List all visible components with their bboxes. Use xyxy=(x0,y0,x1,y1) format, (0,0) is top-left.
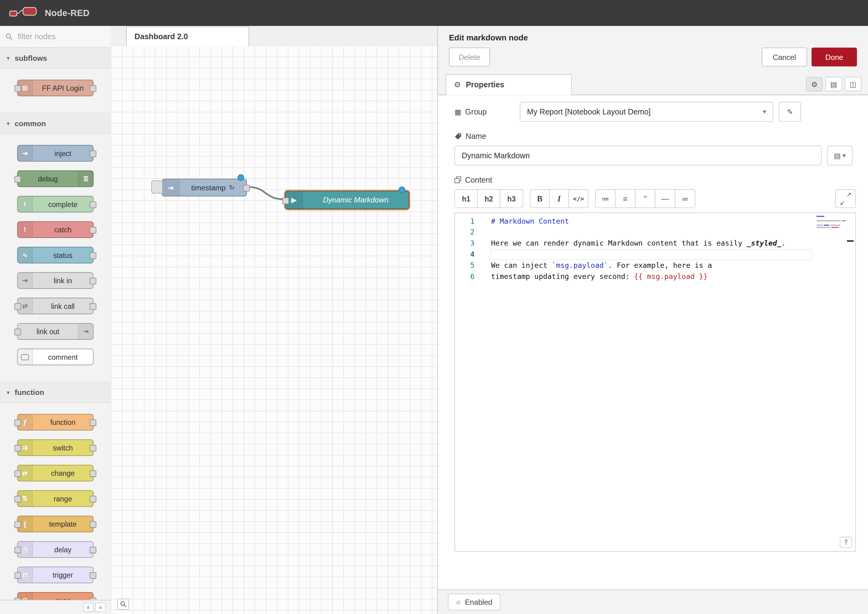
category-header-subflows[interactable]: ▾subflows xyxy=(0,48,111,68)
range-input-port[interactable] xyxy=(14,496,21,502)
palette-node-complete[interactable]: !complete xyxy=(17,196,93,212)
filter-nodes-input[interactable] xyxy=(17,31,96,41)
complete-output-port[interactable] xyxy=(90,202,96,208)
code-line[interactable] xyxy=(491,249,812,260)
tab-properties-label: Properties xyxy=(466,80,504,89)
palette-node-function[interactable]: ƒfunction xyxy=(17,414,93,430)
palette-node-switch[interactable]: ⇉switch xyxy=(17,439,93,456)
done-button[interactable]: Done xyxy=(812,48,857,66)
name-input[interactable] xyxy=(454,146,821,166)
switch-output-port[interactable] xyxy=(90,445,96,452)
palette-node-delay[interactable]: ◷delay xyxy=(17,541,93,558)
link-out-input-port[interactable] xyxy=(14,329,21,335)
ff-api-login-output-port[interactable] xyxy=(90,85,96,92)
palette-node-comment[interactable]: comment xyxy=(17,349,93,365)
palette-node-ff-api-login[interactable]: ⊞FF API Login xyxy=(17,80,93,96)
group-label: ▦ Group xyxy=(454,107,520,116)
trigger-input-port[interactable] xyxy=(14,572,21,579)
exec-input-port[interactable] xyxy=(14,598,21,600)
palette-node-inject[interactable]: ⇥inject xyxy=(17,145,93,162)
delete-button[interactable]: Delete xyxy=(449,48,490,66)
palette-node-exec[interactable]: ⚙exec xyxy=(17,592,93,600)
status-output-port[interactable] xyxy=(90,253,96,259)
h3-button[interactable]: h3 xyxy=(500,189,523,208)
palette-node-catch[interactable]: !catch xyxy=(17,221,93,238)
appearance-button[interactable]: ◫ xyxy=(845,77,862,91)
expand-all-button[interactable]: » xyxy=(95,603,106,612)
h2-button[interactable]: h2 xyxy=(477,189,500,208)
palette-node-status[interactable]: ∿status xyxy=(17,247,93,264)
group-select[interactable]: My Report [Notebook Layout Demo] ▾ xyxy=(520,102,773,122)
category-header-common[interactable]: ▾common xyxy=(0,113,111,134)
blockquote-button[interactable]: ” xyxy=(635,189,655,208)
ff-api-login-input-port[interactable] xyxy=(14,85,21,92)
range-output-port[interactable] xyxy=(90,496,96,502)
template-output-port[interactable] xyxy=(90,521,96,528)
tab-properties[interactable]: ⚙ Properties xyxy=(446,74,572,95)
function-input-port[interactable] xyxy=(14,419,21,426)
link-call-output-port[interactable] xyxy=(90,303,96,310)
debug-input-port[interactable] xyxy=(14,176,21,183)
collapse-all-button[interactable]: « xyxy=(83,603,93,612)
palette-node-trigger[interactable]: ⊓trigger xyxy=(17,566,93,583)
category-header-function[interactable]: ▾function xyxy=(0,381,111,403)
appearance-icon: ◫ xyxy=(850,80,857,88)
zoom-search-button[interactable] xyxy=(117,598,129,610)
italic-button[interactable]: I xyxy=(549,189,569,208)
bold-button[interactable]: B xyxy=(530,189,550,208)
output-port[interactable] xyxy=(243,185,250,192)
enabled-toggle[interactable]: ○ Enabled xyxy=(448,594,501,610)
exec-output-port[interactable] xyxy=(90,598,96,600)
code-line[interactable] xyxy=(491,227,856,238)
code-line[interactable]: timestamp updating every second: {{ msg.… xyxy=(491,271,856,282)
inject-output-port[interactable] xyxy=(90,150,96,157)
code-line[interactable]: Here we can render dynamic Markdown cont… xyxy=(491,238,856,249)
edit-group-button[interactable]: ✎ xyxy=(779,102,801,122)
palette-node-link-call[interactable]: ⇄link call xyxy=(17,298,93,315)
markdown-code-editor[interactable]: 123456 # Markdown ContentHere we can ren… xyxy=(454,212,856,552)
ordered-list-button[interactable]: ≔ xyxy=(595,189,615,208)
inject-button[interactable] xyxy=(151,180,162,194)
link-in-output-port[interactable] xyxy=(90,278,96,284)
delay-output-port[interactable] xyxy=(90,547,96,554)
link-button[interactable]: ∞ xyxy=(675,189,695,208)
minimap-segment xyxy=(817,216,824,217)
markdown-toolbar: h1 h2 h3 B I </> ≔ ≡ ” — ∞ ↗ xyxy=(454,189,856,208)
change-input-port[interactable] xyxy=(14,470,21,477)
wire[interactable] xyxy=(248,187,283,199)
horizontal-rule-button[interactable]: — xyxy=(655,189,675,208)
trigger-output-port[interactable] xyxy=(90,572,96,579)
flow-canvas[interactable]: ⇥ timestamp ↻ ▶ Dynamic Markdown xyxy=(111,45,437,614)
tab-dashboard-2-0[interactable]: Dashboard 2.0 xyxy=(126,26,249,46)
expand-editor-button[interactable]: ↗ ↙ xyxy=(835,189,856,208)
description-button[interactable]: ▤ xyxy=(825,77,842,91)
palette-node-debug[interactable]: debug≣ xyxy=(17,170,93,187)
template-input-port[interactable] xyxy=(14,521,21,528)
flow-node-dynamic-markdown[interactable]: ▶ Dynamic Markdown xyxy=(285,191,409,209)
node-settings-button[interactable]: ⚙ xyxy=(806,77,823,91)
change-output-port[interactable] xyxy=(90,470,96,477)
palette-node-link-in[interactable]: ⇥link in xyxy=(17,272,93,289)
h1-button[interactable]: h1 xyxy=(454,189,478,208)
palette-node-link-out[interactable]: link out⇥ xyxy=(17,323,93,340)
flow-node-timestamp[interactable]: ⇥ timestamp ↻ xyxy=(162,179,247,196)
catch-output-port[interactable] xyxy=(90,227,96,234)
palette-node-template[interactable]: {template xyxy=(17,516,93,532)
link-call-input-port[interactable] xyxy=(14,303,21,310)
input-type-button[interactable]: ▤ ▾ xyxy=(827,146,852,166)
code-button[interactable]: </> xyxy=(568,189,589,208)
link-icon: ∞ xyxy=(682,194,688,203)
function-output-port[interactable] xyxy=(90,419,96,426)
delay-input-port[interactable] xyxy=(14,547,21,554)
unordered-list-button[interactable]: ≡ xyxy=(615,189,635,208)
cancel-button[interactable]: Cancel xyxy=(762,48,807,66)
help-button[interactable]: ? xyxy=(840,537,852,548)
code-line[interactable]: # Markdown Content xyxy=(491,216,856,227)
switch-input-port[interactable] xyxy=(14,445,21,452)
group-row: ▦ Group My Report [Notebook Layout Demo]… xyxy=(454,102,856,122)
minimap[interactable] xyxy=(817,216,847,229)
palette-node-change[interactable]: ⇄change xyxy=(17,465,93,481)
code-line[interactable]: We can inject `msg.payload`. For example… xyxy=(491,260,856,271)
input-port[interactable] xyxy=(283,197,289,204)
palette-node-range[interactable]: ⇅range xyxy=(17,490,93,507)
